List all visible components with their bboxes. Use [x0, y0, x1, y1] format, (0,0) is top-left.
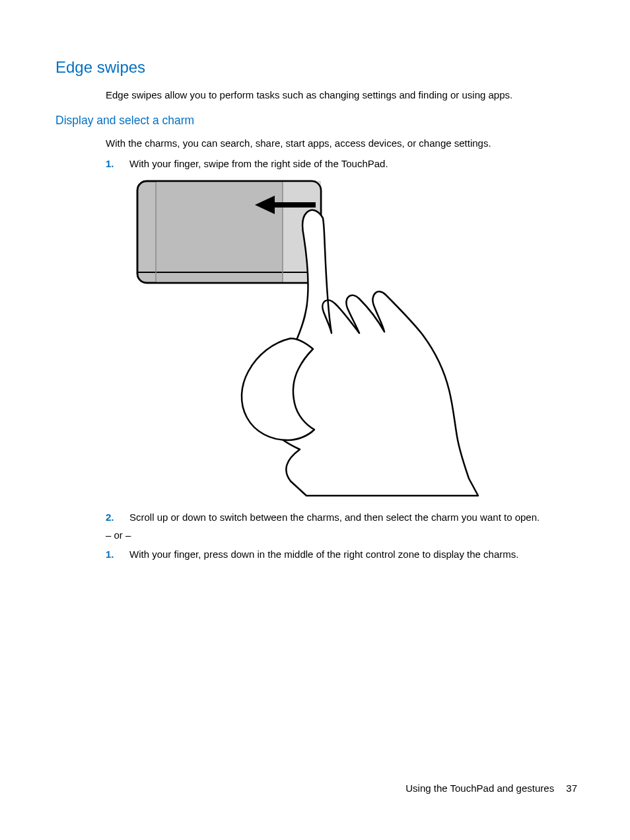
or-separator: – or – [106, 529, 577, 541]
step-1: 1. With your finger, swipe from the righ… [106, 158, 577, 169]
alt-step-1: 1. With your finger, press down in the m… [106, 549, 577, 560]
document-page: Edge swipes Edge swipes allow you to per… [0, 0, 630, 840]
intro-paragraph: Edge swipes allow you to perform tasks s… [106, 89, 577, 102]
footer-page-number: 37 [566, 783, 577, 794]
heading-edge-swipes: Edge swipes [55, 58, 577, 77]
page-footer: Using the TouchPad and gestures 37 [405, 783, 577, 794]
charms-description: With the charms, you can search, share, … [106, 137, 577, 150]
footer-section-title: Using the TouchPad and gestures [405, 783, 554, 794]
step-number: 2. [106, 512, 129, 523]
step-text: Scroll up or down to switch between the … [129, 512, 540, 523]
step-number: 1. [106, 158, 129, 169]
step-text: With your finger, swipe from the right s… [129, 158, 388, 169]
heading-display-select-charm: Display and select a charm [55, 114, 577, 128]
step-number: 1. [106, 549, 129, 560]
edge-swipe-gesture-icon [132, 176, 481, 497]
step-2: 2. Scroll up or down to switch between t… [106, 512, 577, 523]
step-text: With your finger, press down in the midd… [129, 549, 518, 560]
gesture-illustration [132, 176, 577, 500]
svg-rect-1 [156, 181, 302, 283]
